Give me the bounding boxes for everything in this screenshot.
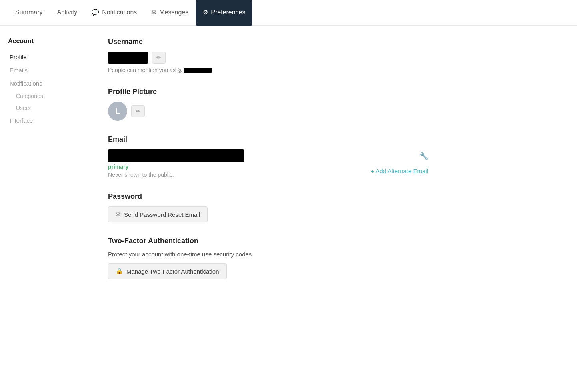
sidebar: Account Profile Emails Notifications Cat… [0, 26, 88, 392]
add-alternate-email-link[interactable]: + Add Alternate Email [371, 168, 428, 174]
mention-text: People can mention you as @ [108, 67, 428, 73]
username-edit-button[interactable]: ✏ [152, 52, 166, 64]
email-section: Email primary Never shown to the public.… [108, 135, 428, 178]
nav-notifications[interactable]: 💬 Notifications [84, 0, 144, 26]
nav-messages-label: Messages [159, 9, 188, 16]
nav-activity[interactable]: Activity [50, 0, 84, 26]
nav-notifications-label: Notifications [102, 9, 137, 16]
primary-badge: primary [108, 164, 367, 170]
nav-summary-label: Summary [15, 9, 42, 16]
avatar: L [108, 102, 127, 121]
nav-activity-label: Activity [57, 9, 77, 16]
envelope-icon: ✉ [116, 211, 121, 218]
nav-summary[interactable]: Summary [8, 0, 50, 26]
profile-picture-title: Profile Picture [108, 88, 428, 96]
never-shown-text: Never shown to the public. [108, 172, 367, 178]
envelope-icon: ✉ [151, 9, 156, 16]
nav-preferences-label: Preferences [211, 9, 245, 16]
username-section: Username ✏ People can mention you as @ [108, 38, 428, 73]
password-section: Password ✉ Send Password Reset Email [108, 192, 428, 222]
main-layout: Account Profile Emails Notifications Cat… [0, 26, 577, 392]
email-actions: 🔧 + Add Alternate Email [371, 149, 428, 174]
nav-preferences[interactable]: ⚙ Preferences [196, 0, 252, 26]
username-row: ✏ [108, 52, 428, 64]
email-info: primary Never shown to the public. [108, 149, 367, 178]
mention-handle [184, 68, 212, 73]
main-content: Username ✏ People can mention you as @ P… [88, 26, 448, 392]
manage-two-factor-button[interactable]: 🔒 Manage Two-Factor Authentication [108, 263, 227, 279]
top-navigation: Summary Activity 💬 Notifications ✉ Messa… [0, 0, 577, 26]
pencil-icon: ✏ [136, 108, 140, 114]
lock-icon: 🔒 [116, 268, 123, 275]
two-factor-title: Two-Factor Authentication [108, 237, 428, 245]
nav-messages[interactable]: ✉ Messages [144, 0, 196, 26]
wrench-icon[interactable]: 🔧 [419, 152, 428, 160]
speech-bubble-icon: 💬 [92, 9, 99, 16]
sidebar-item-users[interactable]: Users [8, 102, 80, 114]
send-password-reset-button[interactable]: ✉ Send Password Reset Email [108, 206, 208, 222]
sidebar-item-emails[interactable]: Emails [8, 64, 80, 77]
two-factor-description: Protect your account with one-time use s… [108, 251, 428, 258]
sidebar-item-categories[interactable]: Categories [8, 90, 80, 102]
email-title: Email [108, 135, 428, 144]
sidebar-section-title: Account [8, 38, 80, 45]
password-title: Password [108, 192, 428, 201]
gear-icon: ⚙ [203, 9, 208, 16]
pencil-icon: ✏ [156, 54, 161, 61]
sidebar-item-notifications[interactable]: Notifications [8, 77, 80, 90]
email-row: primary Never shown to the public. 🔧 + A… [108, 149, 428, 178]
two-factor-section: Two-Factor Authentication Protect your a… [108, 237, 428, 279]
sidebar-item-interface[interactable]: Interface [8, 114, 80, 127]
profile-picture-section: Profile Picture L ✏ [108, 88, 428, 121]
sidebar-item-profile[interactable]: Profile [8, 50, 80, 64]
email-value [108, 149, 244, 162]
username-title: Username [108, 38, 428, 46]
username-value [108, 52, 148, 64]
profile-picture-row: L ✏ [108, 102, 428, 121]
profile-picture-edit-button[interactable]: ✏ [131, 105, 145, 117]
